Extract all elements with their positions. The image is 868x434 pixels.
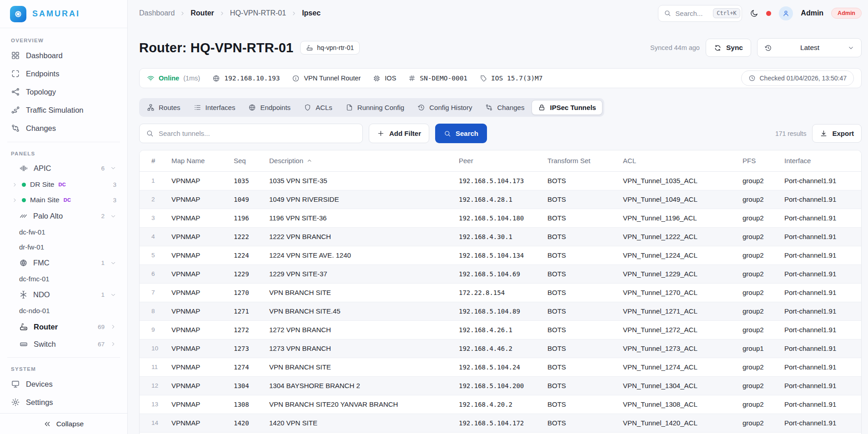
avatar[interactable] — [779, 6, 793, 20]
sidebar-item-changes[interactable]: Changes — [6, 119, 121, 137]
table-row[interactable]: 3 VPNMAP 1196 1196 VPN SITE-36 192.168.5… — [140, 209, 861, 227]
col-header-description[interactable]: Description — [265, 150, 454, 171]
hostname-badge[interactable]: hq-vpn-rtr-01 — [300, 41, 360, 55]
sidebar-item-endpoints[interactable]: Endpoints — [6, 65, 121, 83]
table-row[interactable]: 1 VPNMAP 1035 1035 VPN SITE-35 192.168.5… — [140, 171, 861, 190]
cell-index: 6 — [140, 264, 167, 283]
global-search-input[interactable] — [675, 10, 709, 17]
cell-map-name: VPNMAP — [167, 283, 229, 302]
git-compare-icon — [11, 124, 20, 133]
table-row[interactable]: 7 VPNMAP 1270 VPN BRANCH SITE 172.22.8.1… — [140, 283, 861, 302]
tab-ipsec-tunnels[interactable]: IPSec Tunnels — [532, 100, 602, 115]
sidebar-item-dr-site[interactable]: DR Site DC 3 — [6, 177, 121, 192]
wifi-icon — [147, 75, 155, 82]
sidebar-item-dr-fw-01[interactable]: dr-fw-01 — [6, 239, 121, 254]
table-row[interactable]: 13 VPNMAP 1308 VPN BRANCH SITE20 YANVAR … — [140, 395, 861, 414]
table-row[interactable]: 8 VPNMAP 1271 VPN BRANCH SITE.45 192.168… — [140, 302, 861, 320]
col-header-index[interactable]: # — [140, 150, 167, 171]
tunnel-search-input[interactable] — [159, 130, 356, 137]
table-row[interactable]: 10 VPNMAP 1273 1273 VPN BRANCH 192.168.4… — [140, 339, 861, 358]
export-button[interactable]: Export — [812, 124, 862, 143]
breadcrumb-ipsec[interactable]: Ipsec — [302, 9, 321, 17]
cell-interface: Port-channel1.91 — [780, 414, 861, 432]
table-row[interactable]: 2 VPNMAP 1049 1049 VPN RIVERSIDE 192.168… — [140, 190, 861, 209]
sidebar-item-devices[interactable]: Devices — [6, 375, 121, 393]
sidebar-item-settings[interactable]: Settings — [6, 393, 121, 411]
chevron-right-icon[interactable] — [110, 324, 116, 330]
col-header-acl[interactable]: ACL — [618, 150, 738, 171]
cell-peer: 192.168.4.26.1 — [454, 320, 543, 339]
global-search[interactable]: Ctrl+K — [658, 5, 742, 22]
cell-transform-set: BOTS — [543, 414, 618, 432]
cell-interface: Port-channel1.91 — [780, 209, 861, 227]
cell-pfs: group2 — [738, 376, 780, 395]
tab-interfaces[interactable]: Interfaces — [188, 100, 241, 115]
tab-changes[interactable]: Changes — [479, 100, 530, 115]
table-row[interactable]: 4 VPNMAP 1222 1222 VPN BRANCH 192.168.4.… — [140, 227, 861, 246]
cell-transform-set: BOTS — [543, 264, 618, 283]
title-actions: Synced 44m ago Sync Latest — [650, 38, 862, 57]
sidebar-item-ndo[interactable]: NDO 1 — [6, 286, 121, 303]
sidebar-item-palo-alto[interactable]: Palo Alto 2 — [6, 208, 121, 224]
sidebar-item-dashboard[interactable]: Dashboard — [6, 46, 121, 65]
sidebar-item-dc-ndo-01[interactable]: dc-ndo-01 — [6, 303, 121, 318]
sidebar-item-dc-fmc-01[interactable]: dc-fmc-01 — [6, 271, 121, 286]
col-header-interface[interactable]: Interface — [780, 150, 861, 171]
breadcrumb-device[interactable]: HQ-VPN-RTR-01 — [230, 9, 286, 17]
collapse-sidebar-button[interactable]: Collapse — [0, 413, 127, 434]
sidebar-item-router[interactable]: Router 69 — [6, 318, 121, 335]
tab-running-config[interactable]: Running Config — [340, 100, 410, 115]
device-os: IOS — [373, 75, 396, 82]
col-header-map-name[interactable]: Map Name — [167, 150, 229, 171]
table-row[interactable]: 15 VPNMAP 1421 VPN BRANCH SITE 192.168.5… — [140, 432, 861, 434]
chevron-down-icon[interactable] — [110, 165, 116, 171]
table-row[interactable]: 11 VPNMAP 1274 VPN BRANCH SITE 192.168.5… — [140, 358, 861, 376]
sidebar-item-dc-fw-01[interactable]: dc-fw-01 — [6, 224, 121, 239]
cell-peer: 192.168.5.104.24 — [454, 358, 543, 376]
sidebar-item-fmc[interactable]: FMC 1 — [6, 254, 121, 271]
status-dot-online — [22, 198, 26, 202]
table-row[interactable]: 6 VPNMAP 1229 1229 VPN SITE-37 192.168.5… — [140, 264, 861, 283]
sidebar-item-topology[interactable]: Topology — [6, 83, 121, 101]
ndo-asterisk-icon — [19, 290, 28, 299]
dark-mode-toggle[interactable] — [750, 9, 758, 18]
tab-endpoints[interactable]: Endpoints — [242, 100, 296, 115]
add-filter-button[interactable]: Add Filter — [369, 124, 429, 143]
table-row[interactable]: 9 VPNMAP 1272 1272 VPN BRANCH 192.168.4.… — [140, 320, 861, 339]
table-row[interactable]: 14 VPNMAP 1420 1420 VPN SITE 192.168.5.1… — [140, 414, 861, 432]
chevron-down-icon[interactable] — [110, 213, 116, 219]
tab-routes[interactable]: Routes — [141, 100, 186, 115]
tab-acls[interactable]: ACLs — [298, 100, 338, 115]
sync-button[interactable]: Sync — [706, 39, 751, 57]
col-header-transform-set[interactable]: Transform Set — [543, 150, 618, 171]
chevron-right-icon[interactable] — [12, 182, 18, 188]
cell-acl: VPN_Tunnel_1274_ACL — [618, 358, 738, 376]
col-header-peer[interactable]: Peer — [454, 150, 543, 171]
col-header-pfs[interactable]: PFS — [738, 150, 780, 171]
cell-seq: 1308 — [229, 395, 265, 414]
chevron-down-icon[interactable] — [110, 260, 116, 266]
chevron-right-icon[interactable] — [110, 341, 116, 347]
chevron-down-icon[interactable] — [110, 292, 116, 298]
table-row[interactable]: 12 VPNMAP 1304 1304 BAYSHORE BRANCH 2 19… — [140, 376, 861, 395]
cell-peer: 192.168.5.104.200 — [454, 376, 543, 395]
history-icon — [417, 104, 425, 111]
sidebar-item-switch[interactable]: Switch 67 — [6, 335, 121, 353]
sidebar-item-traffic-simulation[interactable]: Traffic Simulation — [6, 101, 121, 119]
sidebar-item-main-site[interactable]: Main Site DC 3 — [6, 192, 121, 208]
notification-dot[interactable] — [766, 11, 771, 16]
chevron-right-icon[interactable] — [12, 197, 18, 203]
tab-config-history[interactable]: Config History — [411, 100, 478, 115]
table-row[interactable]: 5 VPNMAP 1224 1224 VPN SITE AVE. 1240 19… — [140, 246, 861, 264]
search-button[interactable]: Search — [435, 124, 487, 143]
cell-interface: Port-channel1.91 — [780, 246, 861, 264]
version-select[interactable]: Latest — [757, 38, 862, 57]
tab-label: ACLs — [316, 104, 332, 111]
breadcrumb-dashboard[interactable]: Dashboard — [139, 9, 175, 17]
cell-acl: VPN_Tunnel_1420_ACL — [618, 414, 738, 432]
cell-description: VPN BRANCH SITE — [265, 283, 454, 302]
col-header-seq[interactable]: Seq — [229, 150, 265, 171]
tunnel-search-box[interactable] — [139, 124, 363, 143]
sidebar-item-apic[interactable]: APIC 6 — [6, 160, 121, 177]
breadcrumb-router[interactable]: Router — [191, 9, 214, 17]
